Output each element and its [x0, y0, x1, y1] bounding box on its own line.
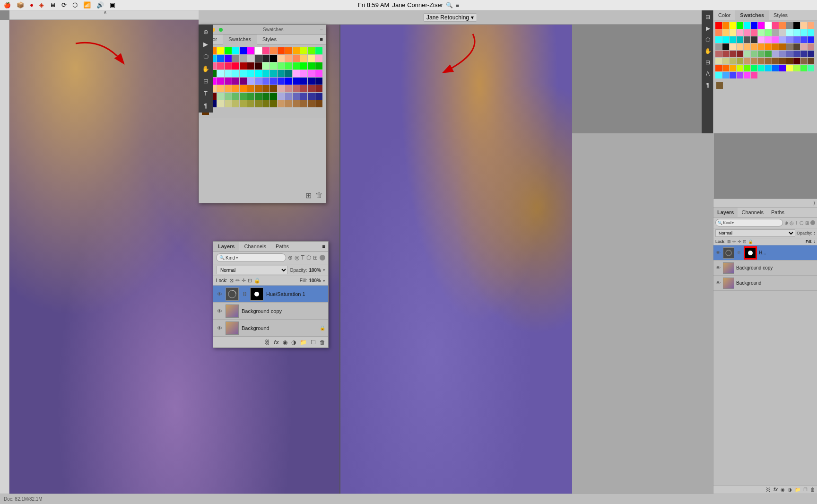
swatches-trash-icon[interactable]: 🗑 [315, 191, 323, 200]
right-footer-mask[interactable]: ◉ [781, 487, 785, 492]
right-swatch[interactable] [730, 36, 736, 43]
right-swatch[interactable] [793, 22, 800, 29]
swatch[interactable] [255, 93, 262, 100]
right-layer-item-hue[interactable]: 👁 ⛓ H... [713, 245, 817, 261]
swatch[interactable] [270, 85, 277, 92]
swatch[interactable] [293, 78, 300, 85]
right-layer-item-bg[interactable]: 👁 Background [713, 276, 817, 291]
swatch[interactable] [270, 93, 277, 100]
right-swatch[interactable] [730, 72, 736, 78]
tab-layers[interactable]: Layers [213, 242, 239, 251]
layers-fill-value[interactable]: 100% [309, 278, 321, 283]
swatch[interactable] [278, 62, 285, 70]
swatch[interactable] [300, 85, 307, 92]
tool-paragraph[interactable]: ¶ [200, 100, 211, 111]
right-swatch[interactable] [786, 43, 793, 50]
right-tool-play[interactable]: ▶ [703, 24, 713, 33]
tab-paths[interactable]: Paths [271, 242, 294, 251]
right-swatch[interactable] [765, 58, 772, 64]
right-swatch[interactable] [808, 36, 814, 43]
right-swatch[interactable] [737, 51, 743, 57]
right-blend-mode-select[interactable]: Normal [715, 229, 795, 237]
volume-icon[interactable]: 🔊 [96, 1, 104, 9]
right-layers-icon1[interactable]: ⊕ [784, 220, 788, 226]
right-tab-swatches[interactable]: Swatches [735, 10, 769, 20]
right-swatch[interactable] [744, 29, 750, 36]
right-swatch[interactable] [722, 65, 729, 71]
bluetooth-icon[interactable]: ⬡ [72, 1, 78, 9]
right-layers-icon2[interactable]: ◎ [790, 220, 794, 226]
right-swatch[interactable] [715, 72, 722, 78]
swatch[interactable] [270, 55, 277, 62]
layers-footer-link[interactable]: ⛓ [264, 339, 270, 346]
display-icon[interactable]: ▣ [110, 1, 115, 9]
swatch[interactable] [285, 85, 292, 92]
tab-swatches[interactable]: Swatches [223, 35, 257, 44]
swatch[interactable] [308, 93, 315, 100]
right-lock-pos[interactable]: ✛ [738, 239, 741, 244]
right-swatch[interactable] [722, 29, 729, 36]
right-swatch[interactable] [786, 65, 793, 71]
right-lock-transparent[interactable]: ⊠ [727, 239, 731, 244]
swatch[interactable] [240, 100, 247, 107]
swatch[interactable] [232, 78, 239, 85]
swatch[interactable] [217, 47, 224, 54]
right-swatch[interactable] [730, 51, 736, 57]
right-layers-icon5[interactable]: ⊞ [805, 220, 809, 226]
swatch[interactable] [293, 93, 300, 100]
right-swatch[interactable] [772, 58, 779, 64]
swatch[interactable] [308, 85, 315, 92]
menubar-menu[interactable]: ≡ [456, 2, 459, 9]
right-swatch[interactable] [722, 58, 729, 64]
right-swatch[interactable] [751, 36, 757, 43]
layers-lock-artboard[interactable]: ⊡ [248, 278, 252, 284]
swatch[interactable] [255, 55, 262, 62]
swatch[interactable] [278, 93, 285, 100]
right-swatch[interactable] [758, 51, 765, 57]
right-swatch[interactable] [715, 51, 722, 57]
layers-blend-mode-select[interactable]: Normal [216, 266, 288, 274]
swatch[interactable] [225, 100, 232, 107]
right-swatch[interactable] [800, 58, 807, 64]
right-swatch[interactable] [786, 51, 793, 57]
swatch[interactable] [240, 62, 247, 70]
swatch[interactable] [278, 47, 285, 54]
right-swatch[interactable] [730, 58, 736, 64]
right-tab-layers[interactable]: Layers [713, 208, 738, 217]
right-lock-brush[interactable]: ✏ [732, 239, 736, 244]
swatch[interactable] [300, 55, 307, 62]
right-tool-text2[interactable]: A [703, 69, 713, 78]
swatch[interactable] [315, 62, 322, 70]
right-swatch[interactable] [779, 22, 786, 29]
tool-play[interactable]: ▶ [200, 39, 211, 49]
swatch[interactable] [285, 70, 292, 77]
right-layers-icon4[interactable]: ⬡ [800, 220, 804, 226]
tool-camera[interactable]: ⬡ [200, 51, 211, 61]
tool-move[interactable]: ⊕ [200, 26, 211, 37]
tab-channels[interactable]: Channels [239, 242, 270, 251]
layers-opacity-arrow[interactable]: ▾ [323, 268, 325, 272]
swatch[interactable] [308, 70, 315, 77]
swatch[interactable] [225, 78, 232, 85]
ps-workspace-dropdown[interactable]: Jane Retouching ▾ [423, 13, 477, 22]
swatch[interactable] [255, 85, 262, 92]
right-swatch[interactable] [751, 51, 757, 57]
right-swatch[interactable] [744, 22, 750, 29]
swatch[interactable] [315, 78, 322, 85]
swatch[interactable] [247, 78, 254, 85]
right-swatch[interactable] [765, 29, 772, 36]
tool-hand[interactable]: ✋ [200, 63, 211, 74]
right-swatch[interactable] [800, 36, 807, 43]
layers-search-icon6[interactable] [320, 255, 325, 261]
right-tab-color[interactable]: Color [713, 10, 735, 20]
swatch[interactable] [232, 55, 239, 62]
layer-eye-hue[interactable]: 👁 [216, 291, 223, 297]
swatch[interactable] [255, 78, 262, 85]
right-swatch[interactable] [765, 65, 772, 71]
right-swatch[interactable] [800, 51, 807, 57]
right-fill-value[interactable]: : [814, 239, 815, 244]
right-swatch[interactable] [744, 72, 750, 78]
panel-maximize-button[interactable] [219, 28, 223, 32]
swatch[interactable] [300, 78, 307, 85]
right-swatch[interactable] [737, 22, 743, 29]
